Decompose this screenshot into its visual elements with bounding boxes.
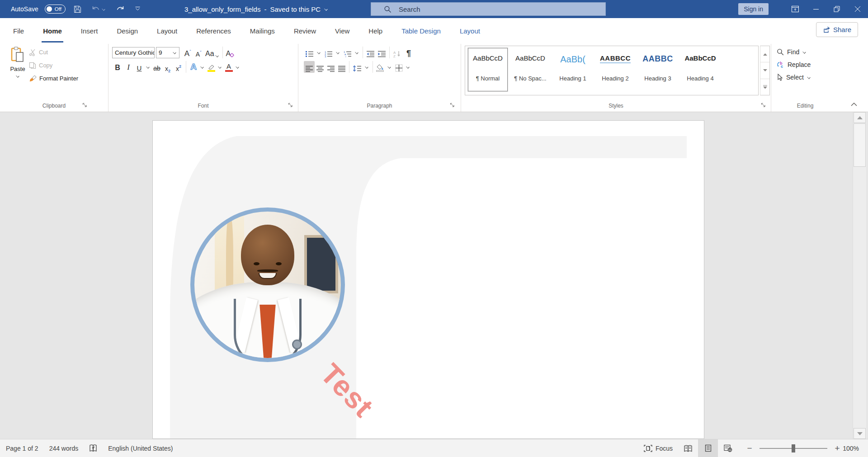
font-size-combo[interactable]: 9 — [156, 47, 179, 58]
decrease-indent-button[interactable] — [365, 47, 376, 58]
select-button[interactable]: Select — [771, 71, 839, 84]
ribbon-display-options-button[interactable] — [785, 0, 806, 18]
numbering-dropdown-icon[interactable] — [336, 51, 340, 54]
grow-font-button[interactable]: Aˆ — [182, 47, 193, 58]
styles-gallery-expand-button[interactable] — [760, 79, 769, 95]
align-center-button[interactable] — [315, 61, 326, 73]
styles-dialog-launcher[interactable] — [761, 103, 767, 109]
document-page[interactable]: Test — [152, 120, 704, 439]
tab-home[interactable]: Home — [33, 18, 71, 44]
superscript-button[interactable]: x2 — [173, 61, 184, 73]
tab-help[interactable]: Help — [359, 18, 392, 44]
show-formatting-button[interactable]: ¶ — [403, 47, 414, 58]
zoom-in-button[interactable]: + — [832, 443, 843, 453]
font-color-button[interactable]: A — [223, 61, 234, 73]
shading-button[interactable] — [375, 61, 386, 73]
tab-references[interactable]: References — [187, 18, 241, 44]
close-button[interactable] — [847, 0, 868, 18]
borders-dropdown-icon[interactable] — [406, 66, 410, 69]
document-title-group[interactable]: 3_allow_only_form_fields - Saved to this… — [184, 0, 328, 18]
scroll-up-button[interactable] — [854, 112, 866, 123]
highlight-button[interactable] — [206, 61, 217, 73]
vertical-scrollbar[interactable] — [853, 112, 866, 439]
share-button[interactable]: Share — [816, 22, 858, 37]
style-heading-4[interactable]: AaBbCcD Heading 4 — [680, 48, 720, 91]
shading-dropdown-icon[interactable] — [387, 66, 392, 69]
style-no-spacing[interactable]: AaBbCcD ¶ No Spac... — [510, 48, 550, 91]
undo-button[interactable] — [90, 4, 108, 14]
scroll-down-button[interactable] — [854, 428, 866, 439]
style-heading-1[interactable]: AaBb( Heading 1 — [553, 48, 593, 91]
search-box[interactable] — [371, 2, 606, 16]
web-layout-button[interactable] — [718, 439, 738, 457]
borders-button[interactable] — [393, 61, 404, 73]
font-color-dropdown-icon[interactable] — [236, 66, 240, 69]
font-name-combo[interactable]: Century Gothic (B — [112, 47, 155, 58]
print-layout-button[interactable] — [698, 439, 718, 457]
justify-button[interactable] — [336, 61, 347, 73]
restore-button[interactable] — [826, 0, 847, 18]
underline-button[interactable]: U — [134, 61, 145, 73]
collapse-ribbon-button[interactable] — [851, 102, 860, 109]
format-painter-button[interactable]: Format Painter — [29, 72, 78, 85]
style-normal[interactable]: AaBbCcD ¶ Normal — [468, 48, 508, 91]
tab-review[interactable]: Review — [284, 18, 326, 44]
underline-dropdown-icon[interactable] — [146, 66, 150, 69]
sort-button[interactable]: AZ — [392, 47, 403, 58]
doctor-photo[interactable] — [190, 207, 345, 362]
replace-button[interactable]: bc Replace — [771, 58, 839, 71]
scrollbar-thumb[interactable] — [854, 123, 866, 167]
tab-layout[interactable]: Layout — [147, 18, 187, 44]
style-heading-3[interactable]: AABBC Heading 3 — [638, 48, 678, 91]
clipboard-dialog-launcher[interactable] — [82, 103, 89, 109]
find-button[interactable]: Find — [771, 46, 839, 58]
word-count-status[interactable]: 244 words — [44, 439, 84, 457]
strikethrough-button[interactable]: ab — [151, 61, 162, 73]
language-status[interactable]: English (United States) — [103, 439, 178, 457]
italic-button[interactable]: I — [123, 61, 134, 73]
customize-quick-access-button[interactable] — [133, 5, 142, 14]
clear-formatting-button[interactable]: A — [225, 47, 236, 58]
zoom-out-button[interactable]: − — [744, 443, 755, 453]
subscript-button[interactable]: x2 — [162, 61, 173, 73]
line-spacing-dropdown-icon[interactable] — [365, 66, 369, 69]
read-mode-button[interactable] — [678, 439, 698, 457]
style-heading-2[interactable]: AABBCC Heading 2 — [595, 48, 635, 91]
proofing-status[interactable] — [84, 439, 103, 457]
text-effects-dropdown-icon[interactable] — [200, 66, 204, 69]
tab-mailings[interactable]: Mailings — [241, 18, 284, 44]
tab-view[interactable]: View — [326, 18, 359, 44]
bold-button[interactable]: B — [112, 61, 123, 73]
highlight-dropdown-icon[interactable] — [218, 66, 222, 69]
tab-table-layout[interactable]: Layout — [450, 18, 490, 44]
tab-table-design[interactable]: Table Design — [392, 18, 450, 44]
text-effects-button[interactable]: A — [188, 61, 199, 73]
autosave-toggle[interactable]: Off — [45, 5, 66, 14]
numbering-button[interactable]: 123 — [323, 47, 334, 58]
tab-file[interactable]: File — [4, 18, 33, 44]
minimize-button[interactable] — [806, 0, 826, 18]
page-number-status[interactable]: Page 1 of 2 — [0, 439, 44, 457]
search-input[interactable] — [399, 5, 571, 13]
focus-button[interactable]: Focus — [638, 439, 678, 457]
change-case-button[interactable]: Aa — [204, 47, 221, 58]
bullets-button[interactable] — [304, 47, 315, 58]
font-dialog-launcher[interactable] — [288, 103, 294, 109]
bullets-dropdown-icon[interactable] — [317, 51, 321, 54]
styles-scroll-up-button[interactable] — [760, 46, 769, 62]
paragraph-dialog-launcher[interactable] — [450, 103, 456, 109]
sign-in-button[interactable]: Sign in — [738, 3, 769, 15]
cut-button[interactable]: Cut — [29, 46, 78, 59]
line-spacing-button[interactable] — [351, 61, 363, 73]
multilevel-list-button[interactable]: 1ai — [342, 47, 353, 58]
zoom-slider-thumb[interactable] — [792, 444, 795, 452]
paste-button[interactable]: Paste — [6, 46, 29, 96]
styles-scroll-down-button[interactable] — [760, 62, 769, 79]
redo-button[interactable] — [114, 4, 127, 14]
shrink-font-button[interactable]: Aˇ — [193, 47, 204, 58]
save-button[interactable] — [72, 4, 83, 15]
copy-button[interactable]: Copy — [29, 59, 78, 72]
document-canvas[interactable]: Test — [0, 112, 868, 439]
multilevel-dropdown-icon[interactable] — [355, 51, 359, 54]
tab-design[interactable]: Design — [107, 18, 147, 44]
